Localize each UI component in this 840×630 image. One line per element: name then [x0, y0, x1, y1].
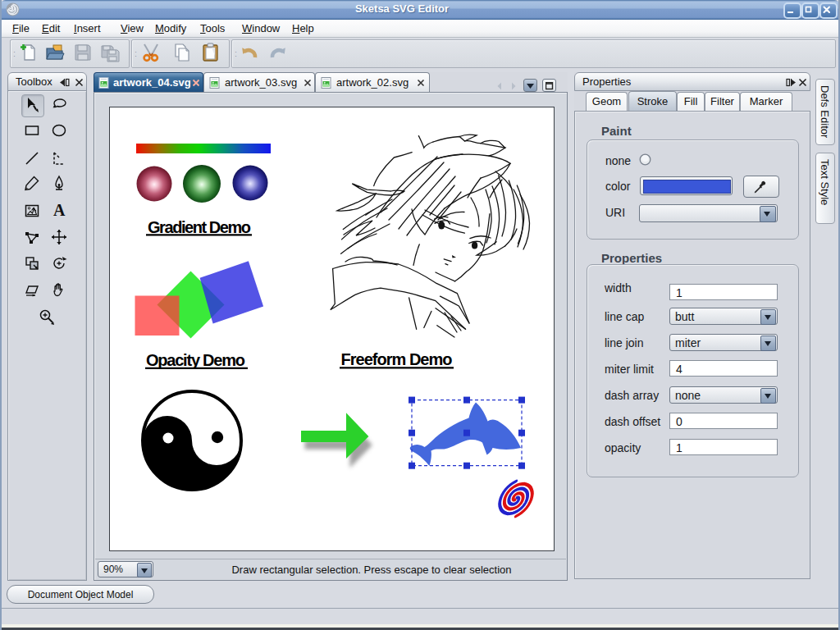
svg-text:Gradient Demo: Gradient Demo — [148, 218, 251, 236]
svg-text:Freeform Demo: Freeform Demo — [341, 350, 453, 368]
svg-text:Opacity Demo: Opacity Demo — [146, 351, 245, 369]
